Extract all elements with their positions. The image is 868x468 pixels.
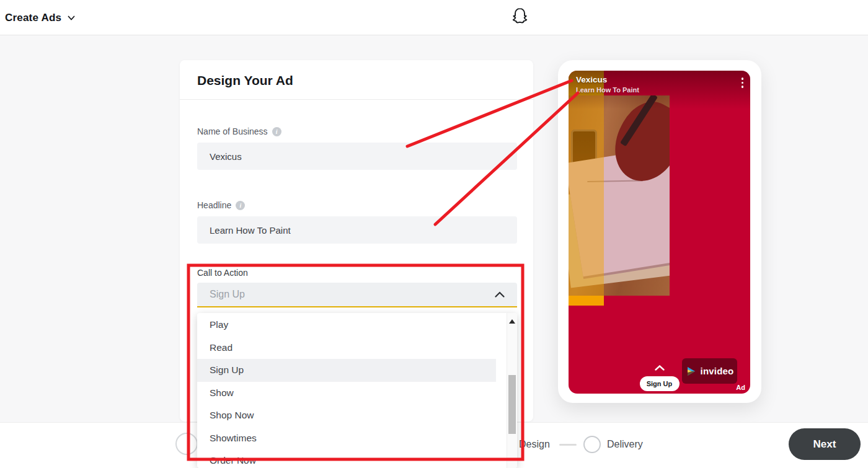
- top-bar: Create Ads: [0, 0, 868, 35]
- call-to-action-label-text: Call to Action: [197, 268, 248, 278]
- step-connector-line: [559, 444, 577, 446]
- call-to-action-value: Sign Up: [210, 289, 245, 300]
- create-ads-label: Create Ads: [5, 12, 61, 24]
- option-read[interactable]: Read: [197, 337, 496, 360]
- step-label-design: Design: [519, 439, 550, 450]
- option-show[interactable]: Show: [197, 382, 496, 405]
- dropdown-scrollbar[interactable]: [507, 313, 517, 468]
- preview-cta-button[interactable]: Sign Up: [640, 376, 680, 391]
- step-label-delivery: Delivery: [607, 439, 643, 450]
- card-title: Design Your Ad: [197, 73, 293, 88]
- step-circle-previous: [175, 433, 198, 455]
- snapchat-ghost-icon[interactable]: [511, 7, 529, 27]
- scrollbar-thumb[interactable]: [508, 375, 516, 434]
- call-to-action-dropdown: Play Read Sign Up Show Shop Now Showtime…: [197, 313, 517, 468]
- ad-preview-card: Vexicus Learn How To Paint Sign Up invid…: [558, 60, 761, 403]
- invideo-logo-icon: [686, 366, 697, 377]
- preview-business-name: Vexicus: [576, 75, 607, 84]
- option-play[interactable]: Play: [197, 314, 496, 337]
- page: Create Ads Design Your Ad Name of Busine…: [0, 0, 868, 468]
- info-icon[interactable]: i: [236, 201, 245, 210]
- ad-preview-screen: Vexicus Learn How To Paint Sign Up invid…: [569, 71, 750, 394]
- chevron-up-icon: [495, 291, 505, 298]
- headline-input[interactable]: [197, 216, 517, 244]
- yellow-strip-footer: [569, 296, 604, 306]
- headline-label: Headline i: [197, 200, 245, 210]
- option-shop-now[interactable]: Shop Now: [197, 404, 496, 427]
- name-of-business-input[interactable]: [197, 143, 517, 170]
- create-ads-menu[interactable]: Create Ads: [5, 12, 75, 24]
- invideo-watermark: invideo: [682, 358, 737, 384]
- invideo-label: invideo: [701, 366, 734, 376]
- call-to-action-label: Call to Action: [197, 268, 248, 278]
- info-icon[interactable]: i: [272, 127, 281, 136]
- kebab-menu-icon[interactable]: [742, 77, 744, 88]
- call-to-action-select[interactable]: Sign Up: [197, 283, 517, 307]
- ad-tag-label: Ad: [736, 384, 745, 391]
- option-sign-up[interactable]: Sign Up: [197, 359, 496, 382]
- yellow-strip-overlay: [569, 95, 604, 296]
- option-order-now[interactable]: Order Now: [197, 449, 496, 468]
- name-of-business-label: Name of Business i: [197, 126, 281, 136]
- scroll-up-arrow-icon[interactable]: [509, 319, 515, 324]
- chevron-down-icon: [68, 14, 75, 22]
- divider: [180, 99, 533, 100]
- preview-headline: Learn How To Paint: [576, 86, 639, 94]
- step-circle-delivery: [583, 436, 601, 453]
- headline-label-text: Headline: [197, 200, 231, 210]
- name-of-business-label-text: Name of Business: [197, 126, 268, 136]
- option-showtimes[interactable]: Showtimes: [197, 427, 496, 450]
- swipe-up-chevron-icon: [655, 365, 665, 371]
- dropdown-options: Play Read Sign Up Show Shop Now Showtime…: [197, 314, 496, 468]
- next-button[interactable]: Next: [789, 428, 861, 460]
